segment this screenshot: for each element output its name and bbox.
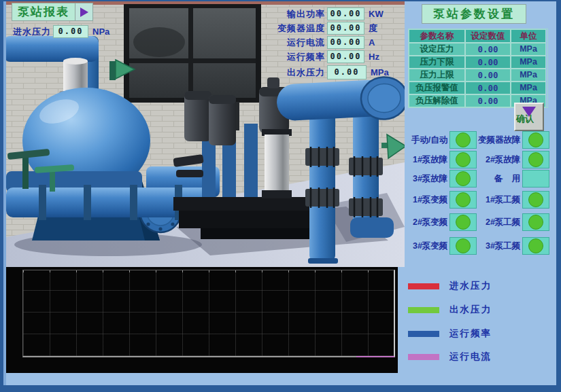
- frame-edge-bottom: [0, 385, 561, 392]
- vfd-temperature-readout: 变频器温度 00.00 度: [267, 22, 377, 35]
- readout-value: 00.00: [327, 22, 364, 35]
- report-button-label[interactable]: 泵站报表: [12, 3, 75, 21]
- status-row: 2#泵变频 2#泵工频: [403, 213, 549, 231]
- status-label: 3#泵变频: [403, 240, 447, 252]
- readout-unit: A: [369, 37, 375, 48]
- frame-inner-strip: [3, 0, 6, 392]
- legend-label: 运行电流: [449, 351, 492, 363]
- readout-value: 00.00: [327, 7, 364, 20]
- status-lamp-pump2-vfd: [449, 213, 477, 231]
- inlet-pressure-readout: 进水压力 0.00 NPa: [9, 25, 109, 38]
- lamp-icon: [528, 215, 543, 230]
- frame-edge-top: [0, 0, 561, 1]
- trend-plot-area: [22, 270, 395, 357]
- play-icon: [80, 7, 88, 17]
- param-unit: MPa: [511, 43, 546, 56]
- table-row: 设定压力 0.00 MPa: [409, 43, 547, 56]
- running-current-readout: 运行电流 00.00 A: [267, 36, 375, 49]
- pump-motor: [209, 95, 236, 145]
- table-row: 压力下限 0.00 MPa: [409, 56, 547, 69]
- param-value-input[interactable]: 0.00: [465, 82, 511, 94]
- status-label: 2#泵变频: [403, 217, 447, 228]
- report-button[interactable]: 泵站报表: [12, 3, 93, 21]
- status-lamp-manual-auto: [449, 131, 477, 149]
- legend-swatch-green: [408, 307, 439, 313]
- status-row: 3#泵变频 3#泵工频: [403, 237, 549, 255]
- legend-label: 运行频率: [449, 327, 492, 340]
- flange-coupling: [305, 147, 339, 167]
- param-unit: MPa: [511, 69, 546, 82]
- status-label: 1#泵变频: [403, 194, 447, 206]
- pump-body-silver: [262, 129, 292, 198]
- legend-swatch-blue: [408, 331, 439, 337]
- legend-label: 进水压力: [449, 280, 492, 292]
- param-value-input[interactable]: 0.00: [465, 69, 511, 82]
- legend-item: 运行频率: [408, 326, 492, 341]
- lamp-icon: [456, 132, 471, 147]
- param-value-input[interactable]: 0.00: [465, 94, 511, 107]
- pump-motor: [184, 91, 211, 141]
- inlet-pressure-value: 0.00: [53, 25, 88, 38]
- readout-label: 运行频率: [267, 51, 325, 63]
- readout-value: 00.00: [327, 36, 364, 49]
- running-current-trace: [356, 356, 394, 357]
- param-unit: MPa: [511, 82, 546, 94]
- header-param-name: 参数名称: [409, 29, 465, 43]
- param-name: 负压解除值: [409, 94, 465, 107]
- legend-swatch-red: [408, 283, 439, 289]
- lamp-icon: [528, 152, 543, 167]
- lamp-icon: [456, 192, 471, 207]
- lamp-icon: [456, 171, 471, 186]
- param-value-input[interactable]: 0.00: [465, 56, 511, 69]
- flange-coupling: [349, 197, 383, 217]
- readout-value: 00.00: [327, 50, 364, 63]
- settings-table: 参数名称 设定数值 单位 设定压力 0.00 MPa 压力下限 0.00 MPa…: [408, 29, 548, 108]
- header-unit: 单位: [511, 29, 546, 43]
- axis-ticks: [23, 270, 394, 272]
- settings-panel-title: 泵站参数设置: [422, 4, 526, 24]
- status-label: 2#泵故障: [478, 154, 520, 166]
- status-lamp-vfd-fault: [522, 131, 549, 149]
- outlet-pressure-unit: MPa: [371, 67, 389, 77]
- outlet-pressure-label: 出水压力: [267, 67, 325, 79]
- readout-label: 运行电流: [267, 37, 325, 49]
- status-row: 1#泵故障 2#泵故障: [403, 151, 549, 168]
- trend-chart: [6, 267, 398, 373]
- confirm-button[interactable]: 确认: [514, 103, 544, 131]
- running-frequency-readout: 运行频率 00.00 Hz: [267, 50, 379, 63]
- window: [124, 4, 261, 103]
- param-value-input[interactable]: 0.00: [465, 43, 511, 56]
- status-row: 1#泵变频 1#泵工频: [403, 191, 549, 209]
- outlet-pressure-readout: 出水压力 0.00 MPa: [267, 65, 389, 79]
- legend-item: 出水压力: [408, 302, 492, 317]
- readout-unit: 度: [369, 22, 377, 35]
- status-lamp-pump3-vfd: [449, 237, 477, 255]
- status-label: 3#泵工频: [478, 240, 520, 252]
- lamp-icon: [528, 132, 543, 147]
- status-label: 变频器故障: [478, 135, 521, 146]
- legend-swatch-magenta: [408, 354, 439, 360]
- output-power-readout: 输出功率 00.00 KW: [267, 7, 384, 20]
- flange-coupling: [305, 188, 339, 208]
- param-name: 负压报警值: [409, 82, 465, 94]
- status-lamp-pump3-mains: [522, 237, 549, 255]
- frame-edge-left: [0, 0, 3, 392]
- frame-edge-right: [556, 0, 561, 392]
- status-label: 3#泵故障: [403, 173, 447, 185]
- status-label: 1#泵故障: [403, 154, 447, 166]
- status-label: 2#泵工频: [478, 217, 520, 228]
- flange-coupling: [349, 156, 383, 177]
- lamp-icon: [456, 215, 471, 230]
- status-label: 备 用: [478, 173, 520, 185]
- status-label: 手动/自动: [403, 135, 447, 146]
- table-row: 负压报警值 0.00 MPa: [409, 82, 547, 94]
- param-unit: MPa: [511, 56, 546, 69]
- table-row: 压力上限 0.00 MPa: [409, 69, 547, 82]
- lamp-icon: [456, 238, 471, 253]
- status-lamp-spare: [522, 170, 549, 188]
- readout-unit: Hz: [369, 52, 379, 62]
- readout-unit: KW: [369, 9, 384, 19]
- status-label: 1#泵工频: [478, 194, 520, 206]
- status-row: 手动/自动 变频器故障: [403, 131, 549, 149]
- status-lamp-pump1-vfd: [449, 191, 477, 209]
